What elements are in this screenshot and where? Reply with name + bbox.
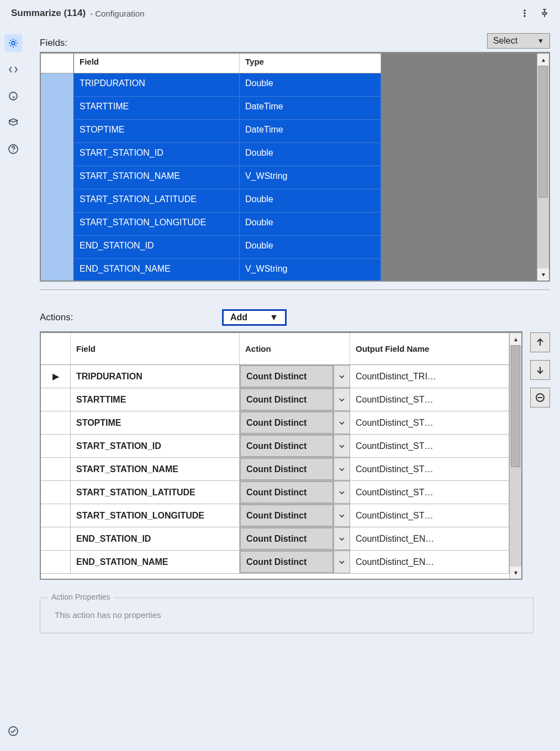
actions-cell-output[interactable]: CountDistinct_EN… [350, 551, 509, 573]
actions-cell-action[interactable]: Count Distinct [240, 481, 334, 504]
row-indicator [41, 411, 71, 434]
actions-cell-field: START_STATION_NAME [71, 458, 240, 480]
actions-col-action[interactable]: Action [240, 333, 350, 364]
action-dropdown-button[interactable] [334, 527, 350, 550]
pin-button[interactable] [537, 6, 552, 21]
fields-cell-type: Double [240, 236, 381, 258]
fields-cell-field: START_STATION_LONGITUDE [74, 213, 240, 235]
fields-cell-type: V_WString [240, 166, 381, 189]
actions-cell-output[interactable]: CountDistinct_ST… [350, 388, 509, 411]
scroll-down-icon[interactable]: ▾ [510, 567, 521, 579]
move-up-button[interactable] [530, 332, 550, 352]
scroll-up-icon[interactable]: ▴ [510, 333, 521, 345]
fields-row[interactable]: STOPTIMEDateTime [74, 120, 381, 143]
fields-row[interactable]: START_STATION_NAMEV_WString [74, 166, 381, 189]
fields-row[interactable]: START_STATION_LONGITUDEDouble [74, 213, 381, 236]
actions-cell-field: STOPTIME [71, 411, 240, 434]
actions-cell-output[interactable]: CountDistinct_TRI… [350, 365, 509, 388]
actions-cell-action[interactable]: Count Distinct [240, 551, 334, 573]
more-options-button[interactable] [517, 6, 532, 21]
action-dropdown-button[interactable] [334, 365, 350, 388]
actions-cell-output[interactable]: CountDistinct_ST… [350, 458, 509, 480]
scroll-down-icon[interactable]: ▾ [537, 268, 549, 281]
panel-subtitle: - Configuration [90, 9, 144, 18]
tab-annotation[interactable] [4, 114, 22, 131]
actions-row[interactable]: START_STATION_LONGITUDECount DistinctCou… [41, 504, 509, 527]
fields-row[interactable]: END_STATION_IDDouble [74, 236, 381, 259]
actions-cell-output[interactable]: CountDistinct_ST… [350, 504, 509, 527]
row-indicator: ▶ [41, 365, 71, 388]
fields-cell-field: START_STATION_LATITUDE [74, 189, 240, 212]
actions-add-dropdown[interactable]: Add ▼ [222, 309, 287, 326]
fields-row[interactable]: TRIPDURATIONDouble [74, 73, 381, 97]
actions-cell-field: END_STATION_NAME [71, 551, 240, 573]
row-indicator [41, 435, 71, 457]
row-indicator [41, 481, 71, 504]
action-dropdown-button[interactable] [334, 435, 350, 457]
action-dropdown-button[interactable] [334, 388, 350, 411]
fields-cell-type: Double [240, 143, 381, 166]
fields-col-field[interactable]: Field [74, 54, 240, 73]
remove-button[interactable] [530, 388, 550, 408]
actions-col-output[interactable]: Output Field Name [350, 333, 509, 364]
fields-grid[interactable]: Field Type TRIPDURATIONDoubleSTARTTIMEDa… [40, 52, 550, 282]
left-tab-rail [0, 29, 27, 751]
fields-row[interactable]: START_STATION_LATITUDEDouble [74, 189, 381, 213]
tab-help[interactable] [4, 140, 22, 158]
fields-cell-field: STOPTIME [74, 120, 240, 142]
actions-col-field[interactable]: Field [71, 333, 240, 364]
actions-cell-action[interactable]: Count Distinct [240, 527, 334, 550]
actions-grid[interactable]: Field Action Output Field Name ▶TRIPDURA… [40, 331, 522, 580]
fields-label: Fields: [40, 38, 67, 49]
actions-row[interactable]: START_STATION_NAMECount DistinctCountDis… [41, 458, 509, 481]
actions-scrollbar[interactable]: ▴ ▾ [509, 333, 521, 579]
fields-row[interactable]: END_STATION_NAMEV_WString [74, 259, 381, 281]
svg-point-6 [13, 151, 14, 152]
actions-cell-output[interactable]: CountDistinct_ST… [350, 435, 509, 457]
svg-point-4 [9, 92, 17, 100]
actions-row[interactable]: END_STATION_IDCount DistinctCountDistinc… [41, 527, 509, 551]
scroll-up-icon[interactable]: ▴ [537, 54, 549, 66]
fields-col-type[interactable]: Type [240, 54, 381, 73]
row-indicator [41, 458, 71, 480]
action-properties-legend: Action Properties [48, 593, 114, 601]
action-dropdown-button[interactable] [334, 481, 350, 504]
actions-cell-output[interactable]: CountDistinct_EN… [350, 527, 509, 550]
fields-cell-type: Double [240, 189, 381, 212]
actions-row[interactable]: STARTTIMECount DistinctCountDistinct_ST… [41, 388, 509, 411]
actions-cell-action[interactable]: Count Distinct [240, 388, 334, 411]
action-dropdown-button[interactable] [334, 458, 350, 480]
actions-cell-action[interactable]: Count Distinct [240, 411, 334, 434]
fields-row[interactable]: STARTTIMEDateTime [74, 97, 381, 120]
tab-xml[interactable] [4, 61, 22, 78]
actions-cell-action[interactable]: Count Distinct [240, 435, 334, 457]
panel-title: Summarize (114) [11, 8, 86, 19]
actions-row[interactable]: END_STATION_NAMECount DistinctCountDisti… [41, 551, 509, 574]
tab-configuration[interactable] [4, 34, 22, 52]
action-dropdown-button[interactable] [334, 504, 350, 527]
actions-cell-output[interactable]: CountDistinct_ST… [350, 411, 509, 434]
fields-scrollbar[interactable]: ▴ ▾ [537, 54, 549, 281]
actions-row[interactable]: STOPTIMECount DistinctCountDistinct_ST… [41, 411, 509, 435]
fields-cell-field: STARTTIME [74, 97, 240, 119]
actions-add-label: Add [230, 313, 247, 322]
chevron-down-icon: ▼ [270, 313, 278, 322]
titlebar: Summarize (114) - Configuration [0, 0, 560, 29]
actions-row[interactable]: ▶TRIPDURATIONCount DistinctCountDistinct… [41, 365, 509, 388]
actions-cell-output[interactable]: CountDistinct_ST… [350, 481, 509, 504]
fields-cell-type: Double [240, 213, 381, 235]
actions-row[interactable]: START_STATION_IDCount DistinctCountDisti… [41, 435, 509, 458]
fields-row[interactable]: START_STATION_IDDouble [74, 143, 381, 166]
fields-cell-type: DateTime [240, 97, 381, 119]
actions-row[interactable]: START_STATION_LATITUDECount DistinctCoun… [41, 481, 509, 504]
action-dropdown-button[interactable] [334, 551, 350, 573]
tab-navigate[interactable] [4, 87, 22, 105]
action-dropdown-button[interactable] [334, 411, 350, 434]
actions-cell-action[interactable]: Count Distinct [240, 458, 334, 480]
fields-select-dropdown[interactable]: Select ▼ [487, 33, 550, 49]
move-down-button[interactable] [530, 360, 550, 380]
actions-cell-action[interactable]: Count Distinct [240, 365, 334, 388]
actions-cell-action[interactable]: Count Distinct [240, 504, 334, 527]
row-indicator [41, 551, 71, 573]
actions-cell-field: TRIPDURATION [71, 365, 240, 388]
